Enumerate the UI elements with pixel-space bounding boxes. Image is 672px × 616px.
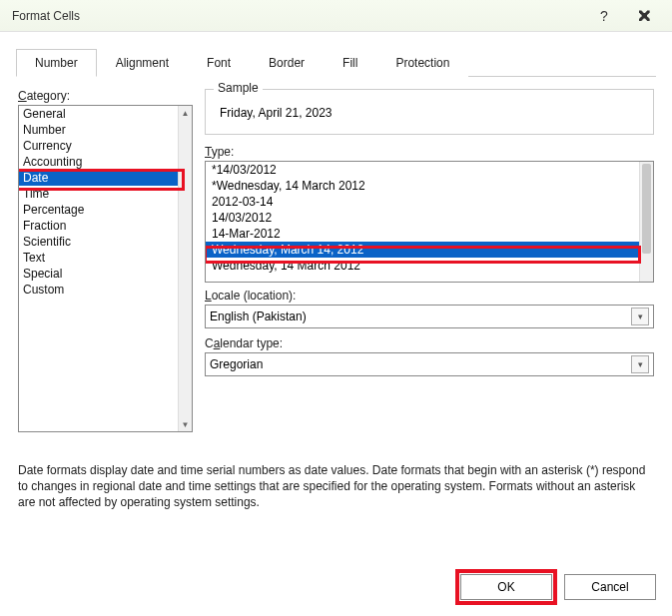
category-item-fraction[interactable]: Fraction <box>19 218 178 234</box>
category-item-date[interactable]: Date <box>19 170 178 186</box>
category-label: Category: <box>18 89 193 103</box>
calendar-combobox[interactable]: Gregorian ▾ <box>205 352 654 376</box>
window-title: Format Cells <box>8 9 584 23</box>
type-item[interactable]: Wednesday, 14 March 2012 <box>206 258 639 274</box>
locale-combobox[interactable]: English (Pakistan) ▾ <box>205 305 654 328</box>
tab-alignment[interactable]: Alignment <box>97 49 188 77</box>
title-bar: Format Cells ? 🗙 <box>0 0 672 32</box>
sample-value: Friday, April 21, 2023 <box>216 100 643 120</box>
scroll-down-icon[interactable]: ▼ <box>179 417 192 431</box>
detail-column: Sample Friday, April 21, 2023 Type: *14/… <box>205 89 654 432</box>
category-item-number[interactable]: Number <box>19 122 178 138</box>
category-item-general[interactable]: General <box>19 106 178 122</box>
cancel-button[interactable]: Cancel <box>564 574 656 600</box>
tab-protection[interactable]: Protection <box>376 49 468 77</box>
cancel-button-label: Cancel <box>591 580 628 594</box>
type-item[interactable]: 2012-03-14 <box>206 194 639 210</box>
category-scrollbar[interactable]: ▲ ▼ <box>178 106 192 431</box>
sample-group: Sample Friday, April 21, 2023 <box>205 89 654 135</box>
category-item-accounting[interactable]: Accounting <box>19 154 178 170</box>
category-item-custom[interactable]: Custom <box>19 282 178 298</box>
type-item[interactable]: *14/03/2012 <box>206 162 639 178</box>
scrollbar-thumb[interactable] <box>642 164 651 254</box>
tab-font[interactable]: Font <box>188 49 250 77</box>
category-column: Category: General Number Currency Accoun… <box>18 89 193 432</box>
dialog-content: Number Alignment Font Border Fill Protec… <box>0 32 672 511</box>
format-description: Date formats display date and time seria… <box>16 440 656 511</box>
scroll-up-icon[interactable]: ▲ <box>179 106 192 120</box>
locale-value: English (Pakistan) <box>210 309 631 323</box>
type-listbox[interactable]: *14/03/2012 *Wednesday, 14 March 2012 20… <box>205 161 654 283</box>
ok-button-label: OK <box>497 580 514 594</box>
dialog-button-row: OK Cancel <box>460 574 656 600</box>
ok-button[interactable]: OK <box>460 574 552 600</box>
tab-number[interactable]: Number <box>16 49 97 77</box>
chevron-down-icon[interactable]: ▾ <box>631 355 649 373</box>
category-item-scientific[interactable]: Scientific <box>19 234 178 250</box>
category-item-percentage[interactable]: Percentage <box>19 202 178 218</box>
calendar-value: Gregorian <box>210 357 631 371</box>
locale-label: Locale (location): <box>205 289 654 303</box>
category-listbox[interactable]: General Number Currency Accounting Date … <box>18 105 193 432</box>
category-item-text[interactable]: Text <box>19 250 178 266</box>
close-button[interactable]: 🗙 <box>624 8 664 24</box>
category-item-special[interactable]: Special <box>19 266 178 282</box>
type-label: Type: <box>205 145 654 159</box>
calendar-label: Calendar type: <box>205 336 654 350</box>
type-item-selected[interactable]: Wednesday, March 14, 2012 <box>206 242 639 258</box>
chevron-down-icon[interactable]: ▾ <box>631 308 649 325</box>
sample-legend: Sample <box>214 81 263 95</box>
tab-strip: Number Alignment Font Border Fill Protec… <box>16 48 656 77</box>
type-item[interactable]: *Wednesday, 14 March 2012 <box>206 178 639 194</box>
tab-border[interactable]: Border <box>250 49 324 77</box>
category-item-currency[interactable]: Currency <box>19 138 178 154</box>
tab-fill[interactable]: Fill <box>324 49 376 77</box>
category-item-time[interactable]: Time <box>19 186 178 202</box>
type-item[interactable]: 14-Mar-2012 <box>206 226 639 242</box>
help-button[interactable]: ? <box>584 8 624 24</box>
type-item[interactable]: 14/03/2012 <box>206 210 639 226</box>
tab-panel-number: Category: General Number Currency Accoun… <box>16 77 656 440</box>
type-scrollbar[interactable] <box>639 162 653 282</box>
